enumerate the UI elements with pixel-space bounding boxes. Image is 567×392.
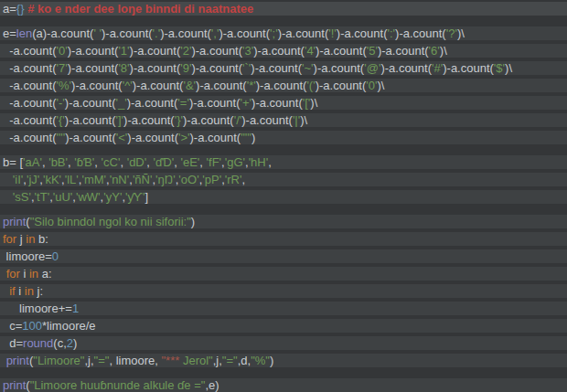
code-token: '<' bbox=[116, 131, 128, 144]
code-token: '@' bbox=[364, 61, 380, 75]
code-token: , bbox=[268, 155, 272, 169]
code-token: 'ɓƁ' bbox=[74, 155, 94, 169]
code-token: 'hH' bbox=[249, 155, 269, 169]
code-token: 'mM' bbox=[81, 173, 106, 186]
code-token: )-a.count( bbox=[380, 61, 432, 75]
code-line: e=len(a)-a.count(' ')-a.count('.')-a.cou… bbox=[0, 26, 567, 40]
code-token: '|' bbox=[293, 113, 300, 127]
code-token: )\ bbox=[457, 26, 465, 40]
code-line: -a.count('{')-a.count(']')-a.count('}')-… bbox=[0, 113, 567, 127]
code-token: )-a.count( bbox=[160, 26, 211, 40]
code-token: in bbox=[26, 232, 35, 246]
code-token: len bbox=[16, 26, 32, 40]
code-line: for j in b: bbox=[0, 232, 567, 246]
code-token: j: bbox=[34, 284, 43, 298]
code-token: 'jJ' bbox=[27, 173, 39, 186]
code-token: )-a.count( bbox=[191, 61, 242, 75]
code-token: -a.count( bbox=[3, 96, 57, 110]
code-token: )-a.count( bbox=[68, 61, 119, 75]
code-token: '/' bbox=[234, 113, 242, 127]
code-token: 100 bbox=[22, 319, 42, 333]
code-token: "=" bbox=[222, 354, 238, 367]
code-token: '}' bbox=[175, 113, 183, 127]
code-token: "Limoore huuɓnunde alkule ɗe =" bbox=[30, 378, 206, 392]
code-token: 'ŋŊ' bbox=[155, 173, 176, 186]
code-line: if i in j: bbox=[0, 284, 567, 298]
code-token: )-a.count( bbox=[68, 44, 119, 58]
code-token: '1' bbox=[118, 44, 129, 58]
code-token: )\ bbox=[300, 113, 307, 127]
code-token: )-a.count( bbox=[71, 79, 123, 92]
code-token: "Silo binndol ngol ko nii siforii:" bbox=[30, 215, 191, 228]
code-token: )-a.count( bbox=[378, 44, 429, 58]
code-token: d= bbox=[3, 336, 23, 350]
code-token: ' ' bbox=[93, 26, 102, 40]
code-token bbox=[3, 173, 13, 186]
code-token: )-a.count( bbox=[65, 113, 116, 127]
code-token: b: bbox=[35, 232, 48, 246]
code-token: '>' bbox=[178, 131, 190, 144]
code-token: 'sS' bbox=[13, 190, 31, 204]
code-token: print bbox=[3, 378, 26, 392]
code-token: )-a.count( bbox=[65, 131, 116, 144]
code-line: print("Limoore huuɓnunde alkule ɗe =",e) bbox=[0, 378, 567, 392]
code-token: '_' bbox=[115, 96, 126, 110]
code-token: -a.count( bbox=[3, 44, 57, 58]
code-token: 'pP' bbox=[202, 173, 221, 186]
code-line: 'iI','jJ','kK','lL','mM','nN','ñÑ','ŋŊ',… bbox=[0, 173, 567, 186]
code-token: -a.count( bbox=[3, 61, 57, 75]
code-token: '4' bbox=[305, 44, 316, 58]
code-line: -a.count('-')-a.count('_')-a.count('=')-… bbox=[0, 96, 567, 110]
code-token: , bbox=[94, 155, 101, 169]
code-token: 'lL' bbox=[65, 173, 79, 186]
code-token: '=' bbox=[177, 96, 189, 110]
code-token: '*' bbox=[247, 79, 256, 92]
code-token: '0' bbox=[366, 79, 377, 92]
code-token: c= bbox=[3, 319, 22, 333]
code-token: )\ bbox=[310, 96, 317, 110]
code-line: print("Limoore",j,"=", limoore, "*** Jer… bbox=[0, 354, 567, 367]
code-token: )-a.count( bbox=[65, 96, 116, 110]
code-line: for i in a: bbox=[0, 267, 567, 281]
code-token: 'gG' bbox=[225, 155, 245, 169]
code-token: 'rR' bbox=[225, 173, 242, 186]
code-line: -a.count('0')-a.count('1')-a.count('2')-… bbox=[0, 44, 567, 58]
code-token: '$' bbox=[494, 61, 505, 75]
code-token: limoore+= bbox=[3, 302, 72, 315]
code-token: '"' bbox=[57, 131, 66, 144]
code-token: "*** bbox=[162, 354, 180, 367]
code-token: )\ bbox=[440, 44, 447, 58]
code-token: 'ñÑ' bbox=[133, 173, 153, 186]
code-token: 'cC' bbox=[102, 155, 121, 169]
code-token: *limoore/e bbox=[42, 319, 96, 333]
code-token: '+' bbox=[241, 96, 252, 110]
code-token: )-a.count( bbox=[337, 26, 388, 40]
code-token: 'ɗƊ' bbox=[153, 155, 174, 169]
code-token: '(' bbox=[306, 79, 315, 92]
code-token: '0' bbox=[57, 44, 68, 58]
code-token: 'bB' bbox=[48, 155, 68, 169]
code-editor[interactable]: a={} # ko e nder dee loŋe binndi di naat… bbox=[0, 0, 567, 392]
code-line: -a.count('%')-a.count('^')-a.count('&')-… bbox=[0, 79, 567, 92]
code-token: )-a.count( bbox=[314, 61, 365, 75]
code-token: ) bbox=[251, 131, 255, 144]
code-token: '.' bbox=[153, 26, 161, 40]
code-token: (a)-a.count( bbox=[32, 26, 93, 40]
code-token: '6' bbox=[429, 44, 440, 58]
code-token: {} bbox=[16, 2, 25, 16]
blank-line bbox=[0, 19, 567, 23]
code-token: '3' bbox=[242, 44, 253, 58]
blank-line bbox=[0, 207, 567, 211]
code-token: Jerol" bbox=[179, 354, 212, 367]
code-token: )-a.count( bbox=[316, 79, 367, 92]
code-token: -a.count( bbox=[3, 131, 57, 144]
code-token: 'iI' bbox=[13, 173, 23, 186]
code-token: i bbox=[20, 267, 29, 281]
blank-line bbox=[0, 371, 567, 375]
code-token: '%' bbox=[57, 79, 72, 92]
code-token: 2 bbox=[67, 336, 73, 350]
code-token: 'wW' bbox=[76, 190, 101, 204]
code-token: "=" bbox=[94, 354, 110, 367]
code-token: i bbox=[16, 284, 25, 298]
code-token: )\ bbox=[378, 79, 385, 92]
